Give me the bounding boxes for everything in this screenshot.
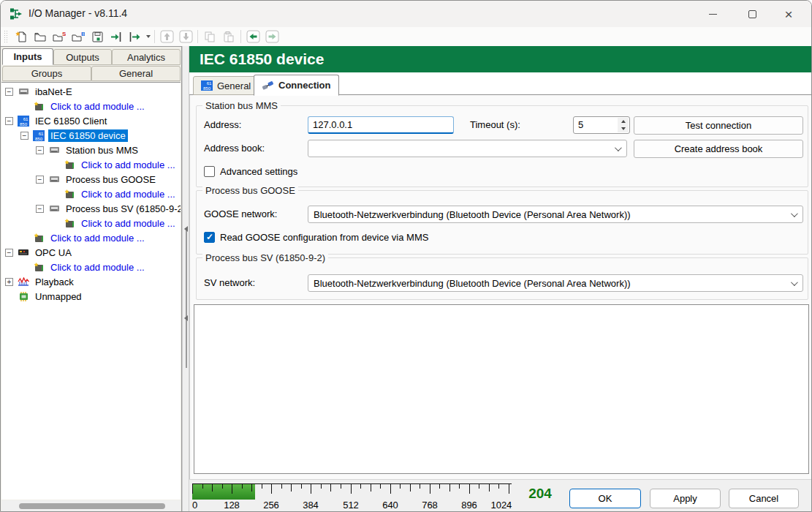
scrollbar-thumb[interactable]: [19, 503, 165, 509]
collapse-icon[interactable]: −: [5, 249, 13, 257]
iec61850-icon: 61850: [17, 115, 30, 127]
collapse-icon[interactable]: −: [36, 205, 44, 213]
tree-item-label: IEC 61850 Client: [33, 115, 109, 127]
read-goose-label: Read GOOSE configuration from device via…: [220, 232, 428, 243]
cancel-button[interactable]: Cancel: [729, 489, 799, 508]
tree-item-label[interactable]: Click to add module ...: [79, 217, 178, 230]
test-connection-button[interactable]: Test connection: [634, 116, 803, 135]
address-input[interactable]: [308, 116, 454, 134]
tree-item-label: ibaNet-E: [33, 86, 75, 98]
connector-icon: [48, 203, 61, 214]
maximize-icon: [748, 10, 756, 18]
tree-item-station-bus-mms[interactable]: −Station bus MMS: [1, 143, 181, 157]
tree-item-label[interactable]: Click to add module ...: [48, 261, 147, 274]
tree-horizontal-scrollbar[interactable]: [1, 500, 181, 512]
tree-item-iec-61850-client[interactable]: −61850IEC 61850 Client: [1, 113, 181, 128]
tree-item-label[interactable]: Click to add module ...: [48, 100, 147, 113]
tab-connection[interactable]: Connection: [254, 75, 339, 96]
close-button[interactable]: ×: [772, 1, 805, 27]
tree-item-ibanet-e[interactable]: −ibaNet-E: [1, 84, 181, 99]
ruler-tick: [489, 484, 490, 492]
toolbar-save-button[interactable]: [88, 29, 107, 45]
cancel-label: Cancel: [749, 493, 778, 504]
address-book-combo[interactable]: [308, 140, 627, 157]
tree-item-add-module[interactable]: Click to add module ...: [1, 187, 181, 201]
collapse-icon[interactable]: −: [36, 176, 44, 184]
toolbar-open-s-button[interactable]: S: [50, 29, 69, 45]
expand-icon[interactable]: +: [5, 278, 13, 286]
collapse-icon[interactable]: −: [20, 132, 29, 140]
unmapped-icon: [17, 290, 30, 302]
toolbar-new-button[interactable]: [12, 29, 31, 45]
tree-item-label[interactable]: Click to add module ...: [79, 159, 178, 171]
ok-button[interactable]: OK: [569, 489, 641, 508]
tree-item-label: IEC 61850 device: [48, 129, 128, 142]
tree-item-add-module[interactable]: Click to add module ...: [1, 157, 181, 172]
tree-item-unmapped[interactable]: Unmapped: [1, 289, 181, 304]
collapse-icon[interactable]: −: [5, 117, 13, 125]
create-address-book-button[interactable]: Create address book: [634, 140, 803, 158]
io-tree-panel: Inputs Outputs Analytics Groups General …: [1, 46, 182, 512]
toolbar-nav-back-button[interactable]: [243, 29, 262, 45]
tab-analytics[interactable]: Analytics: [112, 49, 181, 65]
toolbar-move-down-button: [176, 29, 195, 45]
addmodule-icon: [32, 100, 45, 112]
spinner-up-button[interactable]: [618, 118, 629, 125]
ruler-tick: [351, 484, 352, 494]
tree-item-playback[interactable]: +Playback: [1, 274, 181, 289]
ruler-tick-label: 256: [263, 500, 279, 511]
detail-header: IEC 61850 device: [189, 46, 812, 72]
tree-item-process-bus-goose[interactable]: −Process bus GOOSE: [1, 172, 181, 187]
tab-connection-label: Connection: [278, 80, 331, 91]
tab-general[interactable]: 61 850 General: [193, 76, 259, 95]
toolbar-open-button[interactable]: [31, 29, 50, 45]
toolbar-grip[interactable]: [4, 30, 8, 43]
tree-item-process-bus-sv-61850-9-2[interactable]: −Process bus SV (61850-9-2): [1, 201, 181, 216]
ruler-tick: [291, 484, 292, 492]
apply-button[interactable]: Apply: [650, 489, 721, 508]
addmodule-icon: [32, 261, 45, 273]
tab-inputs[interactable]: Inputs: [2, 48, 53, 65]
tree-item-label[interactable]: Click to add module ...: [79, 188, 178, 200]
collapse-icon[interactable]: −: [36, 146, 44, 154]
tab-outputs-label: Outputs: [66, 52, 99, 63]
tree-item-iec-61850-device[interactable]: −61850IEC 61850 device: [1, 128, 181, 143]
tree-item-opc-ua[interactable]: −OPC UA: [1, 245, 181, 260]
collapse-arrow-icon[interactable]: [184, 315, 188, 321]
opcua-icon: [17, 246, 30, 258]
advanced-settings-checkbox[interactable]: Advanced settings: [204, 166, 297, 177]
maximize-button[interactable]: [735, 1, 769, 27]
tab-general-left[interactable]: General: [91, 66, 181, 81]
sv-network-combo[interactable]: Bluetooth-Netzwerkverbindung (Bluetooth …: [308, 274, 803, 292]
sv-network-label: SV network:: [204, 274, 255, 292]
read-goose-checkbox[interactable]: Read GOOSE configuration from device via…: [204, 232, 428, 243]
spinner-down-button[interactable]: [618, 125, 629, 132]
svg-text:850: 850: [35, 136, 43, 140]
toolbar-open-b-button[interactable]: B: [69, 29, 88, 45]
timeout-spinner[interactable]: 5: [573, 116, 630, 134]
tree-item-label: Playback: [33, 276, 76, 288]
goose-network-combo[interactable]: Bluetooth-Netzwerkverbindung (Bluetooth …: [308, 206, 803, 223]
toolbar-export-caret[interactable]: [145, 29, 152, 45]
tree-item-add-module[interactable]: Click to add module ...: [1, 99, 181, 113]
chevron-down-icon: [791, 279, 798, 286]
ruler-tick: [410, 484, 411, 492]
address-label: Address:: [204, 116, 241, 134]
collapse-arrow-icon[interactable]: [184, 226, 188, 232]
detail-tabs: 61 850 General Connection: [189, 72, 812, 95]
tree-item-add-module[interactable]: Click to add module ...: [1, 230, 181, 245]
tab-groups[interactable]: Groups: [2, 66, 91, 81]
tab-analytics-label: Analytics: [127, 52, 165, 63]
down-arrow-icon: [621, 127, 626, 130]
connection-form: Station bus MMS Address: Timeout (s): 5 …: [189, 95, 812, 479]
tree-item-add-module[interactable]: Click to add module ...: [1, 260, 181, 274]
tree-item-add-module[interactable]: Click to add module ...: [1, 216, 181, 230]
toolbar-import-button[interactable]: [107, 29, 126, 45]
toolbar-export-button[interactable]: [126, 29, 145, 45]
panel-splitter[interactable]: [182, 46, 189, 512]
ruler-tick: [400, 484, 401, 489]
collapse-icon[interactable]: −: [5, 88, 13, 96]
minimize-button[interactable]: [696, 1, 729, 27]
tree-item-label[interactable]: Click to add module ...: [48, 232, 147, 244]
tab-outputs[interactable]: Outputs: [53, 49, 112, 65]
